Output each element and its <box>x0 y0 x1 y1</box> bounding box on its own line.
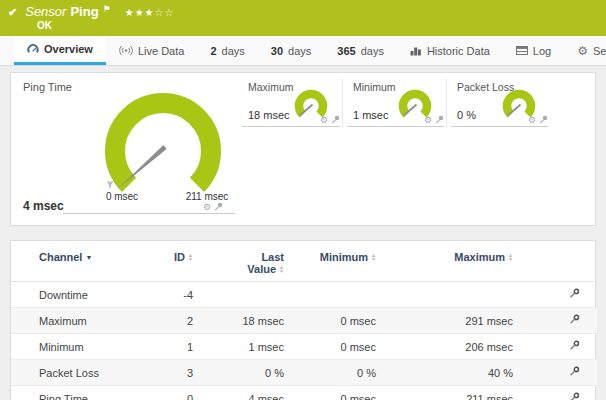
gauge-settings-icon[interactable]: ⚙ <box>424 116 432 125</box>
gauges-panel: Ping Time 0 msec 211 msec 4 msec ⚙ <box>10 72 596 226</box>
gauge-divider <box>63 213 235 214</box>
gauge-icon <box>27 43 39 55</box>
gauge-title: Ping Time <box>23 81 72 93</box>
tab-label: days <box>288 45 311 57</box>
ok-check-icon: ✔ <box>8 6 17 19</box>
minimum-value: 1 msec <box>353 109 388 121</box>
column-header-id[interactable]: ID▲▼ <box>161 241 211 282</box>
tab-365-days[interactable]: 365 days <box>324 36 397 65</box>
bar-chart-icon <box>410 46 422 56</box>
gauge-scale-min: 0 msec <box>89 191 155 202</box>
gauge-settings-icon[interactable]: ⚙ <box>528 116 536 125</box>
sort-icon[interactable]: ▲▼ <box>279 265 284 273</box>
channel-minimum <box>306 282 416 308</box>
column-header-actions <box>551 241 597 282</box>
overview-content: Ping Time 0 msec 211 msec 4 msec ⚙ <box>0 66 606 400</box>
channel-name[interactable]: Minimum <box>11 334 161 360</box>
packet-loss-value: 0 % <box>457 109 476 121</box>
channel-maximum: 206 msec <box>416 334 551 360</box>
mini-gauges: Maximum 18 msec ⚙ Minimum <box>238 79 550 127</box>
edit-channel-icon[interactable] <box>569 314 580 327</box>
sort-icon[interactable]: ▲▼ <box>508 253 513 261</box>
channel-maximum: 40 % <box>416 360 551 386</box>
tab-label: days <box>222 45 245 57</box>
priority-stars[interactable]: ★★★☆☆ <box>125 7 175 18</box>
sensor-status-badge: OK <box>37 20 596 31</box>
sort-icon[interactable]: ▲▼ <box>188 253 193 261</box>
channel-minimum: 0 msec <box>306 386 416 400</box>
pin-icon[interactable] <box>214 201 223 213</box>
ping-time-gauge <box>93 83 233 201</box>
sort-desc-icon: ▼ <box>85 254 92 261</box>
tab-number: 30 <box>271 45 283 57</box>
object-kind-label: Sensor <box>25 4 66 19</box>
table-row-packet-loss[interactable]: Packet Loss 3 0 % 0 % 40 % <box>11 360 597 386</box>
live-signal-icon <box>119 45 133 56</box>
gear-icon: ⚙ <box>577 44 588 58</box>
channel-minimum: 0 msec <box>306 334 416 360</box>
column-header-channel[interactable]: Channel▼ <box>11 241 161 282</box>
channel-name[interactable]: Maximum <box>11 308 161 334</box>
table-row-ping-time[interactable]: Ping Time 0 4 msec 0 msec 211 msec <box>11 386 597 400</box>
channel-last-value: 1 msec <box>211 334 306 360</box>
tab-live-data[interactable]: Live Data <box>106 36 197 65</box>
edit-channel-icon[interactable] <box>569 340 580 353</box>
edit-channel-icon[interactable] <box>569 366 580 379</box>
column-header-maximum[interactable]: Maximum▲▼ <box>416 241 551 282</box>
column-header-last-value[interactable]: Last Value▲▼ <box>211 241 306 282</box>
channel-minimum: 0 msec <box>306 308 416 334</box>
edit-channel-icon[interactable] <box>569 392 580 400</box>
sort-icon[interactable]: ▲▼ <box>371 253 376 261</box>
channel-maximum <box>416 282 551 308</box>
gauge-settings-icon[interactable]: ⚙ <box>203 203 211 212</box>
pin-icon[interactable] <box>331 114 340 126</box>
tab-label: Live Data <box>138 45 184 57</box>
limit-marker-icon <box>106 179 114 191</box>
pin-icon[interactable] <box>435 114 444 126</box>
channel-id: 1 <box>161 334 211 360</box>
channel-last-value: 18 msec <box>211 308 306 334</box>
prtg-sensor-page: ✔ Sensor Ping ⚑ ★★★☆☆ OK Overview Live D… <box>0 0 606 400</box>
tab-label: Log <box>533 45 551 57</box>
ping-time-value: 4 msec <box>23 199 64 213</box>
tab-log[interactable]: Log <box>503 36 564 65</box>
table-row-downtime[interactable]: Downtime -4 <box>11 282 597 308</box>
channel-id: 2 <box>161 308 211 334</box>
channel-id: -4 <box>161 282 211 308</box>
channel-id: 3 <box>161 360 211 386</box>
tab-label: days <box>361 45 384 57</box>
log-table-icon <box>516 46 528 55</box>
tab-overview[interactable]: Overview <box>14 36 106 65</box>
tab-number: 365 <box>337 45 355 57</box>
ping-time-gauge-block: Ping Time 0 msec 211 msec 4 msec ⚙ <box>11 73 238 225</box>
channel-maximum: 291 msec <box>416 308 551 334</box>
stars-filled[interactable]: ★★★ <box>125 7 155 18</box>
column-header-minimum[interactable]: Minimum▲▼ <box>306 241 416 282</box>
edit-channel-icon[interactable] <box>569 288 580 301</box>
channel-name[interactable]: Ping Time <box>11 386 161 400</box>
flag-icon[interactable]: ⚑ <box>103 4 111 14</box>
tab-settings[interactable]: ⚙ Settings <box>564 36 606 65</box>
packet-loss-gauge-block: Packet Loss 0 % ⚙ <box>446 79 550 127</box>
tab-bar: Overview Live Data 2 days 30 days 365 da… <box>0 36 606 66</box>
tab-2-days[interactable]: 2 days <box>197 36 257 65</box>
channel-minimum: 0 % <box>306 360 416 386</box>
stars-empty[interactable]: ☆☆ <box>155 7 175 18</box>
pin-icon[interactable] <box>539 114 548 126</box>
sensor-title: Ping <box>70 4 98 19</box>
channel-name[interactable]: Downtime <box>11 282 161 308</box>
tab-label: Historic Data <box>427 45 490 57</box>
sensor-header: ✔ Sensor Ping ⚑ ★★★☆☆ OK <box>0 0 606 36</box>
tab-label: Settings <box>593 45 606 57</box>
tab-historic-data[interactable]: Historic Data <box>397 36 503 65</box>
maximum-value: 18 msec <box>248 109 290 121</box>
channel-maximum: 211 msec <box>416 386 551 400</box>
channel-name[interactable]: Packet Loss <box>11 360 161 386</box>
tab-number: 2 <box>210 45 216 57</box>
table-row-maximum[interactable]: Maximum 2 18 msec 0 msec 291 msec <box>11 308 597 334</box>
tab-30-days[interactable]: 30 days <box>258 36 325 65</box>
minimum-gauge-block: Minimum 1 msec ⚙ <box>342 79 446 127</box>
table-row-minimum[interactable]: Minimum 1 1 msec 0 msec 206 msec <box>11 334 597 360</box>
gauge-settings-icon[interactable]: ⚙ <box>320 116 328 125</box>
channel-last-value <box>211 282 306 308</box>
